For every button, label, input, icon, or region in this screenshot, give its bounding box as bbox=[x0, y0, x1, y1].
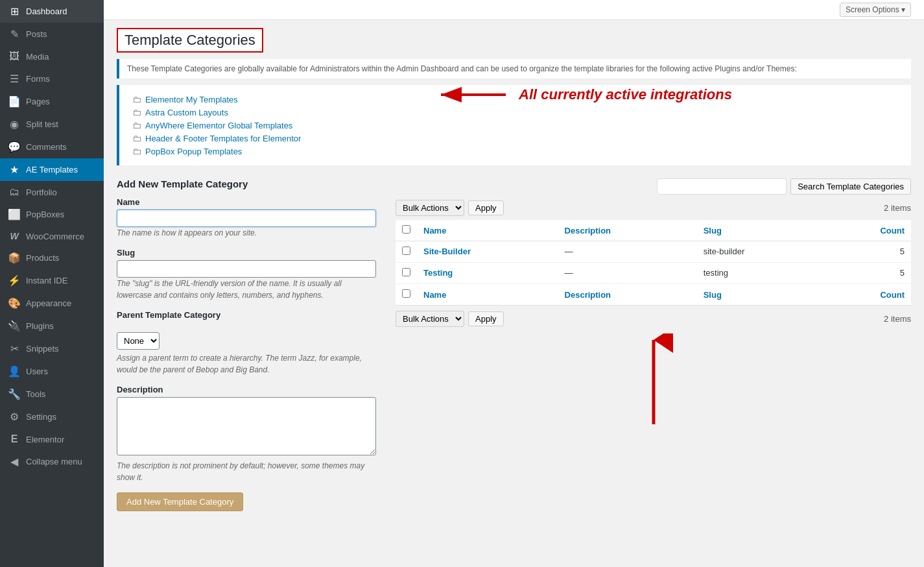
row-name-cell: Testing bbox=[417, 263, 558, 284]
table-top-bar: Search Template Categories bbox=[396, 178, 911, 195]
content-area: Template Categories These Template Categ… bbox=[104, 20, 924, 524]
main-content: Screen Options ▾ Template Categories The… bbox=[104, 0, 924, 567]
top-bar: Screen Options ▾ bbox=[104, 0, 924, 20]
sidebar-item-label: Collapse menu bbox=[26, 457, 82, 466]
sidebar-item-users[interactable]: 👤 Users bbox=[0, 360, 104, 383]
add-new-template-category-button[interactable]: Add New Template Category bbox=[117, 492, 243, 511]
description-column-footer: Description bbox=[558, 284, 697, 306]
select-all-header bbox=[396, 220, 417, 241]
description-textarea[interactable] bbox=[117, 397, 376, 455]
sidebar-item-instant-ide[interactable]: ⚡ Instant IDE bbox=[0, 269, 104, 292]
slug-input[interactable] bbox=[117, 260, 376, 278]
sidebar-item-label: WooCommerce bbox=[26, 232, 84, 241]
bulk-bar-bottom: Bulk Actions Apply 2 items bbox=[396, 311, 911, 327]
description-field-group: Description The description is not promi… bbox=[117, 385, 376, 483]
parent-select[interactable]: None bbox=[117, 332, 160, 350]
sidebar-item-label: Split test bbox=[26, 119, 58, 129]
plugins-icon: 🔌 bbox=[8, 320, 21, 332]
row-name-cell: Site-Builder bbox=[417, 241, 558, 263]
collapse-icon: ◀ bbox=[8, 455, 21, 468]
row-checkbox[interactable] bbox=[402, 268, 410, 276]
name-input[interactable] bbox=[117, 210, 376, 227]
sidebar-item-appearance[interactable]: 🎨 Appearance bbox=[0, 292, 104, 315]
sidebar-item-label: Portfolio bbox=[26, 187, 57, 197]
products-icon: 📦 bbox=[8, 252, 21, 264]
slug-column-header: Slug bbox=[697, 220, 824, 241]
sidebar-item-label: AE Templates bbox=[26, 165, 78, 175]
split-test-icon: ◉ bbox=[8, 118, 21, 130]
sidebar-item-dashboard[interactable]: ⊞ Dashboard bbox=[0, 0, 104, 23]
sidebar-item-collapse[interactable]: ◀ Collapse menu bbox=[0, 450, 104, 473]
media-icon: 🖼 bbox=[8, 51, 21, 62]
sidebar-item-label: Comments bbox=[26, 142, 67, 152]
integration-link: 🗀 Header & Footer Templates for Elemento… bbox=[132, 133, 898, 143]
desc-note: The description is not prominent by defa… bbox=[117, 460, 376, 483]
select-all-checkbox[interactable] bbox=[402, 225, 410, 234]
info-text: These Template Categories are globally a… bbox=[117, 59, 911, 78]
integration-anywhere-elementor[interactable]: AnyWhere Elementor Global Templates bbox=[145, 121, 292, 130]
bulk-actions-select-top[interactable]: Bulk Actions bbox=[396, 200, 464, 216]
arrow-svg bbox=[434, 78, 512, 111]
sidebar-item-settings[interactable]: ⚙ Settings bbox=[0, 405, 104, 428]
select-all-checkbox-footer[interactable] bbox=[402, 289, 410, 298]
portfolio-icon: 🗂 bbox=[8, 186, 21, 198]
sidebar-item-posts[interactable]: ✎ Posts bbox=[0, 23, 104, 45]
sidebar-item-label: Snippets bbox=[26, 344, 59, 354]
posts-icon: ✎ bbox=[8, 28, 21, 40]
items-count-bottom: 2 items bbox=[884, 314, 911, 324]
two-column-layout: Add New Template Category Name The name … bbox=[117, 178, 911, 511]
sidebar-item-ae-templates[interactable]: ★ AE Templates bbox=[0, 158, 104, 181]
row-checkbox[interactable] bbox=[402, 247, 410, 255]
integration-header-footer[interactable]: Header & Footer Templates for Elementor bbox=[145, 134, 301, 143]
sidebar-item-portfolio[interactable]: 🗂 Portfolio bbox=[0, 181, 104, 203]
sidebar-item-label: Users bbox=[26, 367, 48, 376]
sidebar-item-elementor[interactable]: E Elementor bbox=[0, 428, 104, 450]
name-desc: The name is how it appears on your site. bbox=[117, 228, 257, 237]
row-description-cell: — bbox=[558, 241, 697, 263]
sidebar-item-woocommerce[interactable]: W WooCommerce bbox=[0, 226, 104, 247]
sidebar-item-label: PopBoxes bbox=[26, 210, 64, 219]
sidebar-item-popboxes[interactable]: ⬜ PopBoxes bbox=[0, 203, 104, 226]
search-bar: Search Template Categories bbox=[657, 178, 911, 195]
sidebar-item-products[interactable]: 📦 Products bbox=[0, 247, 104, 269]
items-count-top: 2 items bbox=[884, 203, 911, 213]
categories-table-section: Search Template Categories Bulk Actions … bbox=[396, 178, 911, 437]
page-title: Template Categories bbox=[124, 32, 255, 49]
sidebar-item-comments[interactable]: 💬 Comments bbox=[0, 136, 104, 158]
row-name-link[interactable]: Testing bbox=[423, 268, 453, 278]
name-label: Name bbox=[117, 197, 376, 207]
slug-field-group: Slug The "slug" is the URL-friendly vers… bbox=[117, 248, 376, 301]
sidebar-item-split-test[interactable]: ◉ Split test bbox=[0, 113, 104, 136]
search-input[interactable] bbox=[657, 178, 787, 195]
name-column-header[interactable]: Name bbox=[417, 220, 558, 241]
integration-elementor-my-templates[interactable]: Elementor My Templates bbox=[145, 95, 238, 104]
sidebar-item-snippets[interactable]: ✂ Snippets bbox=[0, 337, 104, 360]
description-column-header: Description bbox=[558, 220, 697, 241]
elementor-icon: E bbox=[8, 433, 21, 445]
users-icon: 👤 bbox=[8, 365, 21, 378]
integration-popbox[interactable]: PopBox Popup Templates bbox=[145, 147, 242, 156]
apply-button-bottom[interactable]: Apply bbox=[468, 311, 504, 326]
row-name-link[interactable]: Site-Builder bbox=[423, 247, 471, 256]
name-column-footer[interactable]: Name bbox=[417, 284, 558, 306]
row-count-cell: 5 bbox=[823, 241, 911, 263]
tools-icon: 🔧 bbox=[8, 388, 21, 400]
sidebar-item-media[interactable]: 🖼 Media bbox=[0, 45, 104, 67]
row-count-cell: 5 bbox=[823, 263, 911, 284]
bulk-actions-select-bottom[interactable]: Bulk Actions bbox=[396, 311, 464, 327]
screen-options-button[interactable]: Screen Options ▾ bbox=[840, 3, 911, 17]
folder-icon: 🗀 bbox=[132, 120, 141, 130]
table-row: Testing — testing 5 bbox=[396, 263, 911, 284]
form-heading: Add New Template Category bbox=[117, 178, 376, 189]
search-button[interactable]: Search Template Categories bbox=[790, 178, 911, 195]
sidebar-item-plugins[interactable]: 🔌 Plugins bbox=[0, 315, 104, 337]
woocommerce-icon: W bbox=[8, 231, 21, 241]
integration-astra-custom-layouts[interactable]: Astra Custom Layouts bbox=[145, 108, 228, 117]
sidebar-item-label: Appearance bbox=[26, 298, 71, 308]
apply-button-top[interactable]: Apply bbox=[468, 200, 504, 215]
sidebar-item-tools[interactable]: 🔧 Tools bbox=[0, 383, 104, 405]
sidebar-item-pages[interactable]: 📄 Pages bbox=[0, 90, 104, 113]
sidebar-item-forms[interactable]: ☰ Forms bbox=[0, 67, 104, 90]
sidebar-item-label: Instant IDE bbox=[26, 276, 67, 285]
integration-link: 🗀 PopBox Popup Templates bbox=[132, 146, 898, 156]
